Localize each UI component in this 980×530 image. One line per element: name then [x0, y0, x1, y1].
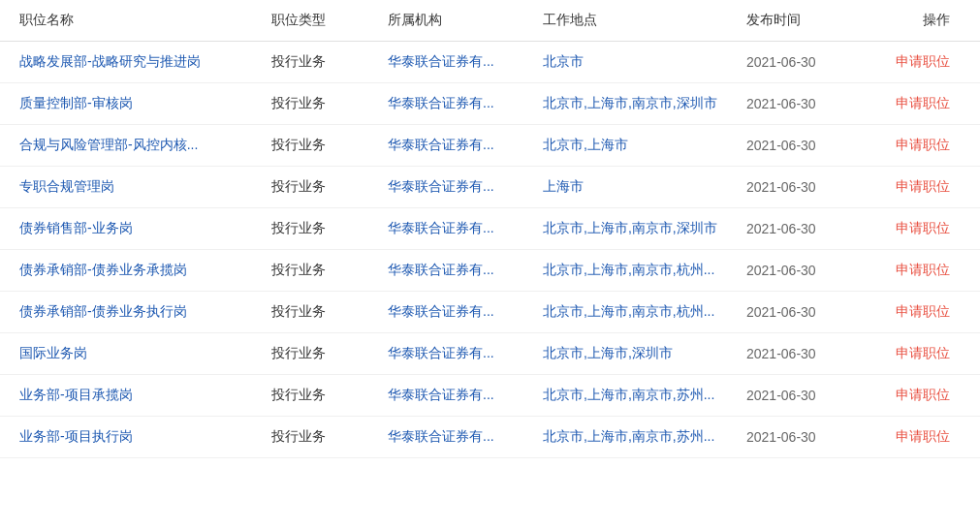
job-org-cell: 华泰联合证券有...	[388, 95, 543, 112]
job-type-cell: 投行业务	[271, 178, 388, 196]
apply-button[interactable]: 申请职位	[896, 178, 950, 194]
job-title-cell: 专职合规管理岗	[19, 178, 271, 196]
job-action-cell: 申请职位	[872, 95, 950, 112]
job-title-cell: 债券承销部-债券业务承揽岗	[19, 262, 271, 279]
job-action-cell: 申请职位	[872, 53, 950, 71]
job-title-cell: 业务部-项目承揽岗	[19, 387, 271, 404]
apply-button[interactable]: 申请职位	[896, 345, 950, 360]
table-body: 战略发展部-战略研究与推进岗 投行业务 华泰联合证券有... 北京市 2021-…	[0, 42, 980, 458]
job-org-link[interactable]: 华泰联合证券有...	[388, 387, 494, 402]
header-location: 工作地点	[543, 12, 746, 29]
job-date-cell: 2021-06-30	[746, 221, 872, 236]
job-org-link[interactable]: 华泰联合证券有...	[388, 220, 494, 235]
job-title-cell: 战略发展部-战略研究与推进岗	[19, 53, 271, 71]
job-org-link[interactable]: 华泰联合证券有...	[388, 262, 494, 277]
job-date-cell: 2021-06-30	[746, 429, 872, 445]
job-title-link[interactable]: 合规与风险管理部-风控内核...	[19, 137, 198, 152]
job-date-cell: 2021-06-30	[746, 138, 872, 153]
job-date-cell: 2021-06-30	[746, 346, 872, 361]
job-title-cell: 债券承销部-债券业务执行岗	[19, 303, 271, 321]
job-org-link[interactable]: 华泰联合证券有...	[388, 345, 494, 360]
header-type: 职位类型	[271, 12, 388, 29]
table-header: 职位名称 职位类型 所属机构 工作地点 发布时间 操作	[0, 0, 980, 42]
job-org-link[interactable]: 华泰联合证券有...	[388, 53, 494, 69]
job-org-cell: 华泰联合证券有...	[388, 387, 543, 404]
job-date-cell: 2021-06-30	[746, 304, 872, 320]
job-org-link[interactable]: 华泰联合证券有...	[388, 428, 494, 444]
table-row: 专职合规管理岗 投行业务 华泰联合证券有... 上海市 2021-06-30 申…	[0, 167, 980, 208]
job-location-cell: 北京市,上海市,南京市,杭州...	[543, 303, 746, 321]
job-date-cell: 2021-06-30	[746, 179, 872, 195]
job-title-link[interactable]: 专职合规管理岗	[19, 178, 114, 194]
job-title-link[interactable]: 业务部-项目承揽岗	[19, 387, 133, 402]
job-title-cell: 债券销售部-业务岗	[19, 220, 271, 237]
job-type-cell: 投行业务	[271, 345, 388, 362]
apply-button[interactable]: 申请职位	[896, 137, 950, 152]
job-location-cell: 北京市	[543, 53, 746, 71]
job-type-cell: 投行业务	[271, 387, 388, 404]
apply-button[interactable]: 申请职位	[896, 220, 950, 235]
jobs-table: 职位名称 职位类型 所属机构 工作地点 发布时间 操作 战略发展部-战略研究与推…	[0, 0, 980, 530]
table-row: 质量控制部-审核岗 投行业务 华泰联合证券有... 北京市,上海市,南京市,深圳…	[0, 83, 980, 125]
job-action-cell: 申请职位	[872, 428, 950, 446]
job-title-cell: 国际业务岗	[19, 345, 271, 362]
table-row: 业务部-项目执行岗 投行业务 华泰联合证券有... 北京市,上海市,南京市,苏州…	[0, 417, 980, 458]
job-org-cell: 华泰联合证券有...	[388, 262, 543, 279]
apply-button[interactable]: 申请职位	[896, 303, 950, 319]
job-title-link[interactable]: 质量控制部-审核岗	[19, 95, 133, 110]
apply-button[interactable]: 申请职位	[896, 428, 950, 444]
job-type-cell: 投行业务	[271, 95, 388, 112]
job-type-cell: 投行业务	[271, 220, 388, 237]
job-date-cell: 2021-06-30	[746, 263, 872, 278]
job-title-cell: 合规与风险管理部-风控内核...	[19, 137, 271, 154]
job-title-cell: 业务部-项目执行岗	[19, 428, 271, 446]
job-title-link[interactable]: 债券承销部-债券业务承揽岗	[19, 262, 187, 277]
job-type-cell: 投行业务	[271, 137, 388, 154]
job-title-link[interactable]: 业务部-项目执行岗	[19, 428, 133, 444]
job-title-link[interactable]: 债券承销部-债券业务执行岗	[19, 303, 187, 319]
header-org: 所属机构	[388, 12, 543, 29]
job-action-cell: 申请职位	[872, 262, 950, 279]
apply-button[interactable]: 申请职位	[896, 95, 950, 110]
job-location-cell: 北京市,上海市,南京市,深圳市	[543, 95, 746, 112]
job-action-cell: 申请职位	[872, 178, 950, 196]
job-title-link[interactable]: 债券销售部-业务岗	[19, 220, 133, 235]
job-date-cell: 2021-06-30	[746, 388, 872, 403]
table-row: 战略发展部-战略研究与推进岗 投行业务 华泰联合证券有... 北京市 2021-…	[0, 42, 980, 83]
job-action-cell: 申请职位	[872, 387, 950, 404]
table-row: 合规与风险管理部-风控内核... 投行业务 华泰联合证券有... 北京市,上海市…	[0, 125, 980, 167]
job-location-cell: 北京市,上海市,南京市,苏州...	[543, 428, 746, 446]
apply-button[interactable]: 申请职位	[896, 53, 950, 69]
job-org-link[interactable]: 华泰联合证券有...	[388, 178, 494, 194]
header-date: 发布时间	[746, 12, 872, 29]
job-org-cell: 华泰联合证券有...	[388, 137, 543, 154]
job-action-cell: 申请职位	[872, 345, 950, 362]
job-action-cell: 申请职位	[872, 137, 950, 154]
job-action-cell: 申请职位	[872, 303, 950, 321]
table-row: 业务部-项目承揽岗 投行业务 华泰联合证券有... 北京市,上海市,南京市,苏州…	[0, 375, 980, 417]
table-row: 债券销售部-业务岗 投行业务 华泰联合证券有... 北京市,上海市,南京市,深圳…	[0, 208, 980, 250]
job-location-cell: 上海市	[543, 178, 746, 196]
job-org-cell: 华泰联合证券有...	[388, 428, 543, 446]
apply-button[interactable]: 申请职位	[896, 262, 950, 277]
table-row: 债券承销部-债券业务执行岗 投行业务 华泰联合证券有... 北京市,上海市,南京…	[0, 292, 980, 333]
job-org-link[interactable]: 华泰联合证券有...	[388, 95, 494, 110]
header-title: 职位名称	[19, 12, 271, 29]
job-org-link[interactable]: 华泰联合证券有...	[388, 303, 494, 319]
job-title-cell: 质量控制部-审核岗	[19, 95, 271, 112]
job-location-cell: 北京市,上海市,南京市,深圳市	[543, 220, 746, 237]
job-date-cell: 2021-06-30	[746, 96, 872, 111]
job-title-link[interactable]: 国际业务岗	[19, 345, 87, 360]
job-date-cell: 2021-06-30	[746, 54, 872, 70]
job-org-link[interactable]: 华泰联合证券有...	[388, 137, 494, 152]
job-org-cell: 华泰联合证券有...	[388, 345, 543, 362]
job-location-cell: 北京市,上海市	[543, 137, 746, 154]
table-row: 国际业务岗 投行业务 华泰联合证券有... 北京市,上海市,深圳市 2021-0…	[0, 333, 980, 375]
job-location-cell: 北京市,上海市,南京市,杭州...	[543, 262, 746, 279]
job-title-link[interactable]: 战略发展部-战略研究与推进岗	[19, 53, 201, 69]
job-location-cell: 北京市,上海市,南京市,苏州...	[543, 387, 746, 404]
job-type-cell: 投行业务	[271, 428, 388, 446]
job-type-cell: 投行业务	[271, 262, 388, 279]
job-org-cell: 华泰联合证券有...	[388, 53, 543, 71]
apply-button[interactable]: 申请职位	[896, 387, 950, 402]
